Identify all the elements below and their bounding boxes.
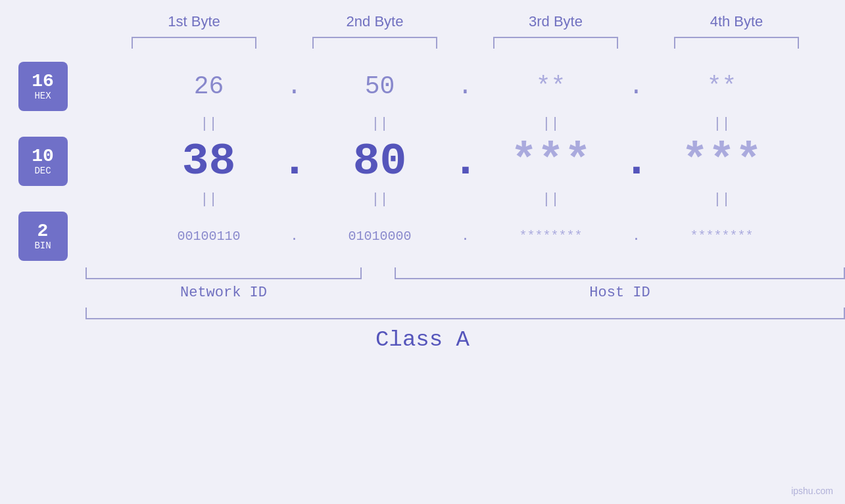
byte-headers-row: 1st Byte 2nd Byte 3rd Byte 4th Byte (104, 13, 827, 30)
eq-6: || (308, 191, 452, 208)
byte-header-2: 2nd Byte (302, 13, 447, 30)
bottom-brackets-container (0, 267, 845, 279)
class-label-container: Class A (0, 327, 845, 352)
bottom-left-spacer (0, 267, 85, 279)
big-bracket-spacer (0, 308, 85, 319)
hex-badge: 16 HEX (18, 62, 68, 111)
dec-badge: 10 DEC (18, 137, 68, 186)
dec-val-2: 80 (308, 136, 452, 187)
id-labels-inner: Network ID Host ID (85, 285, 845, 301)
bracket-gap (362, 267, 395, 279)
host-bracket (395, 267, 845, 279)
dec-badge-area: 10 DEC (0, 137, 85, 186)
bin-val-2: 01010000 (308, 229, 452, 244)
hex-val-4: ** (650, 72, 794, 101)
bracket-1 (132, 37, 256, 49)
eq-1: || (137, 116, 281, 132)
bottom-brackets-inner (85, 267, 845, 279)
dec-val-1: 38 (137, 136, 281, 187)
eq-values-row-1: || || || || (85, 116, 845, 132)
hex-dot-1: . (281, 72, 308, 101)
hex-row-container: 16 HEX 26 . 50 . ** . ** (0, 62, 845, 111)
hex-dot-2: . (452, 72, 479, 101)
bin-badge-label: BIN (34, 241, 51, 251)
byte-header-3: 3rd Byte (483, 13, 628, 30)
class-label: Class A (375, 327, 470, 352)
bin-values-row: 00100110 . 01010000 . ******** . *******… (85, 229, 845, 244)
dec-row-container: 10 DEC 38 . 80 . *** . *** (0, 136, 845, 187)
eq-2: || (308, 116, 452, 132)
bin-dot-2: . (452, 229, 479, 244)
big-bracket (85, 308, 845, 319)
hex-val-3: ** (479, 72, 623, 101)
hex-badge-area: 16 HEX (0, 62, 85, 111)
bin-badge-area: 2 BIN (0, 212, 85, 261)
eq-row-1: || || || || (0, 111, 845, 136)
bin-dot-1: . (281, 229, 308, 244)
dec-values-row: 38 . 80 . *** . *** (85, 136, 845, 187)
dec-val-3: *** (479, 136, 623, 187)
dec-badge-label: DEC (34, 166, 51, 176)
bin-row-container: 2 BIN 00100110 . 01010000 . ******** . *… (0, 212, 845, 261)
bin-dot-3: . (623, 229, 650, 244)
id-labels-row: Network ID Host ID (0, 285, 845, 301)
id-labels-gap (362, 285, 395, 301)
top-bracket-row (104, 37, 827, 49)
bin-val-1: 00100110 (137, 229, 281, 244)
byte-header-1: 1st Byte (122, 13, 266, 30)
bin-val-3: ******** (479, 229, 623, 244)
hex-val-1: 26 (137, 72, 281, 101)
dec-dot-1: . (281, 136, 308, 187)
bin-val-4: ******** (650, 229, 794, 244)
id-labels-spacer (0, 285, 85, 301)
eq-values-row-2: || || || || (85, 191, 845, 208)
dec-dot-2: . (452, 136, 479, 187)
bracket-3 (493, 37, 618, 49)
dec-val-4: *** (650, 136, 794, 187)
eq-3: || (479, 116, 623, 132)
big-bracket-container (0, 308, 845, 319)
eq-8: || (650, 191, 794, 208)
dec-dot-3: . (623, 136, 650, 187)
bracket-4 (674, 37, 799, 49)
hex-dot-3: . (623, 72, 650, 101)
eq-7: || (479, 191, 623, 208)
bin-badge-num: 2 (37, 222, 49, 241)
network-id-label: Network ID (85, 285, 362, 301)
bin-badge: 2 BIN (18, 212, 68, 261)
watermark: ipshu.com (791, 486, 833, 496)
eq-5: || (137, 191, 281, 208)
hex-badge-label: HEX (34, 91, 51, 101)
hex-values-row: 26 . 50 . ** . ** (85, 72, 845, 101)
byte-header-4: 4th Byte (664, 13, 809, 30)
eq-row-2: || || || || (0, 187, 845, 212)
bracket-2 (312, 37, 437, 49)
hex-badge-num: 16 (32, 72, 54, 91)
dec-badge-num: 10 (32, 147, 54, 166)
eq-4: || (650, 116, 794, 132)
main-container: 1st Byte 2nd Byte 3rd Byte 4th Byte 16 H… (0, 0, 845, 504)
hex-val-2: 50 (308, 72, 452, 101)
host-id-label: Host ID (395, 285, 845, 301)
network-bracket (85, 267, 362, 279)
